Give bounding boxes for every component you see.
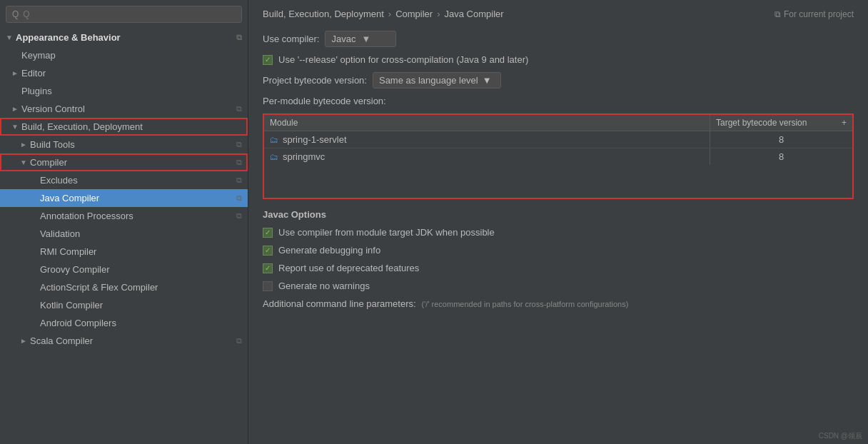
sidebar-item-label: Version Control <box>21 104 85 114</box>
check-icon: ✓ <box>265 56 271 64</box>
copy-icon: ⧉ <box>236 193 242 203</box>
triangle-icon <box>20 158 27 166</box>
bytecode-value: Same as language level <box>379 75 478 86</box>
td-target: 8 <box>710 148 852 165</box>
table-row: 🗂springmvc8 <box>264 148 852 165</box>
option-row-opt3: ✓Report use of deprecated features <box>263 263 854 273</box>
sidebar-item-label: Validation <box>40 228 80 239</box>
triangle-icon <box>11 123 19 131</box>
sidebar-item-label: Excludes <box>40 175 78 186</box>
sidebar-item-rmi-compiler[interactable]: RMI Compiler <box>0 243 248 261</box>
sidebar-item-kotlin-compiler[interactable]: Kotlin Compiler <box>0 296 248 314</box>
table-header: Module Target bytecode version + <box>264 115 852 131</box>
sidebar-item-java-compiler[interactable]: Java Compiler⧉ <box>0 189 248 207</box>
option-label-opt1: Use compiler from module target JDK when… <box>278 227 495 238</box>
sidebar-item-label: Android Compilers <box>40 318 116 328</box>
compiler-dropdown[interactable]: Javac ▼ <box>325 31 396 47</box>
watermark: CSDN @领辰 <box>819 431 862 441</box>
option-label-opt3: Report use of deprecated features <box>278 263 419 273</box>
col-target: Target bytecode version + <box>710 115 852 131</box>
copy-icon-breadcrumb: ⧉ <box>774 9 781 19</box>
breadcrumb-part-3: Java Compiler <box>445 9 504 19</box>
sidebar-item-scala-compiler[interactable]: Scala Compiler⧉ <box>0 332 248 350</box>
additional-params-row: Additional command line parameters: ('/'… <box>263 298 854 309</box>
module-folder-icon: 🗂 <box>270 135 278 145</box>
triangle-icon <box>11 105 19 113</box>
copy-icon: ⧉ <box>236 176 242 185</box>
cross-compilation-label: Use '--release' option for cross-compila… <box>278 54 528 65</box>
copy-icon: ⧉ <box>236 104 242 113</box>
module-name: spring-1-servlet <box>283 134 347 145</box>
search-box[interactable]: Q <box>6 6 242 23</box>
per-module-label: Per-module bytecode version: <box>263 96 386 106</box>
additional-params-hint: ('/' recommended in paths for cross-plat… <box>422 300 629 308</box>
sidebar-item-build-tools[interactable]: Build Tools⧉ <box>0 136 248 153</box>
option-checkbox-opt1[interactable]: ✓ <box>263 228 273 238</box>
chevron-down-icon: ▼ <box>361 34 370 44</box>
copy-icon: ⧉ <box>236 336 242 345</box>
option-label-opt4: Generate no warnings <box>278 281 370 291</box>
sidebar: Q Appearance & Behavior⧉KeymapEditorPlug… <box>0 0 248 444</box>
sidebar-item-label: Plugins <box>21 86 52 96</box>
cross-compilation-checkbox[interactable]: ✓ <box>263 55 273 65</box>
table-rows-container: 🗂spring-1-servlet8🗂springmvc8 <box>264 131 852 165</box>
bytecode-chevron-icon: ▼ <box>483 75 492 86</box>
check-icon: ✓ <box>265 264 271 272</box>
td-module: 🗂springmvc <box>264 148 710 165</box>
breadcrumb: Build, Execution, Deployment › Compiler … <box>263 9 854 19</box>
check-icon: ✓ <box>265 246 271 254</box>
sidebar-item-label: Appearance & Behavior <box>16 32 121 43</box>
options-container: ✓Use compiler from module target JDK whe… <box>263 227 854 291</box>
triangle-icon <box>20 337 27 345</box>
triangle-icon <box>11 69 19 77</box>
option-checkbox-opt3[interactable]: ✓ <box>263 263 273 273</box>
sidebar-item-validation[interactable]: Validation <box>0 225 248 243</box>
additional-params-label: Additional command line parameters: <box>263 298 416 309</box>
sidebar-item-label: RMI Compiler <box>40 246 96 257</box>
search-icon: Q <box>12 9 19 19</box>
option-label-opt2: Generate debugging info <box>278 245 380 256</box>
module-name: springmvc <box>283 151 325 162</box>
sidebar-item-compiler[interactable]: Compiler⧉ <box>0 153 248 171</box>
bytecode-dropdown[interactable]: Same as language level ▼ <box>373 72 501 89</box>
sidebar-item-annotation-processors[interactable]: Annotation Processors⧉ <box>0 207 248 225</box>
td-target: 8 <box>710 131 852 148</box>
option-checkbox-opt2[interactable]: ✓ <box>263 246 273 256</box>
sidebar-item-actionscript-compiler[interactable]: ActionScript & Flex Compiler <box>0 278 248 296</box>
td-module: 🗂spring-1-servlet <box>264 131 710 148</box>
sidebar-item-label: Editor <box>21 68 46 79</box>
sidebar-item-plugins[interactable]: Plugins <box>0 82 248 100</box>
search-input[interactable] <box>23 9 236 19</box>
compiler-value: Javac <box>331 34 355 44</box>
option-checkbox-opt4[interactable] <box>263 281 273 291</box>
triangle-icon <box>20 141 27 148</box>
sidebar-item-excludes[interactable]: Excludes⧉ <box>0 171 248 189</box>
sidebar-item-label: Kotlin Compiler <box>40 300 103 311</box>
sidebar-item-keymap[interactable]: Keymap <box>0 46 248 64</box>
project-bytecode-row: Project bytecode version: Same as langua… <box>263 72 854 89</box>
sidebar-item-groovy-compiler[interactable]: Groovy Compiler <box>0 261 248 278</box>
triangle-icon <box>6 34 13 41</box>
use-compiler-row: Use compiler: Javac ▼ <box>263 31 854 47</box>
copy-icon: ⧉ <box>236 158 242 167</box>
sidebar-item-appearance[interactable]: Appearance & Behavior⧉ <box>0 29 248 46</box>
option-row-opt2: ✓Generate debugging info <box>263 245 854 256</box>
table-row: 🗂spring-1-servlet8 <box>264 131 852 148</box>
project-bytecode-label: Project bytecode version: <box>263 75 367 86</box>
sidebar-item-label: Build Tools <box>30 139 75 150</box>
add-row-button[interactable]: + <box>842 118 847 128</box>
use-compiler-label: Use compiler: <box>263 34 319 44</box>
copy-icon: ⧉ <box>236 33 242 42</box>
sidebar-item-label: Groovy Compiler <box>40 264 110 275</box>
sidebar-item-version-control[interactable]: Version Control⧉ <box>0 100 248 118</box>
sidebar-item-android-compilers[interactable]: Android Compilers <box>0 314 248 332</box>
sidebar-item-label: Java Compiler <box>40 193 99 203</box>
cross-compilation-row: ✓ Use '--release' option for cross-compi… <box>263 54 854 65</box>
sidebar-item-label: Scala Compiler <box>30 335 93 346</box>
module-folder-icon: 🗂 <box>270 152 278 162</box>
sidebar-item-build-execution[interactable]: Build, Execution, Deployment <box>0 118 248 136</box>
sidebar-item-label: ActionScript & Flex Compiler <box>40 282 158 293</box>
sidebar-item-label: Keymap <box>21 50 56 61</box>
option-row-opt4: Generate no warnings <box>263 281 854 291</box>
sidebar-item-editor[interactable]: Editor <box>0 64 248 82</box>
